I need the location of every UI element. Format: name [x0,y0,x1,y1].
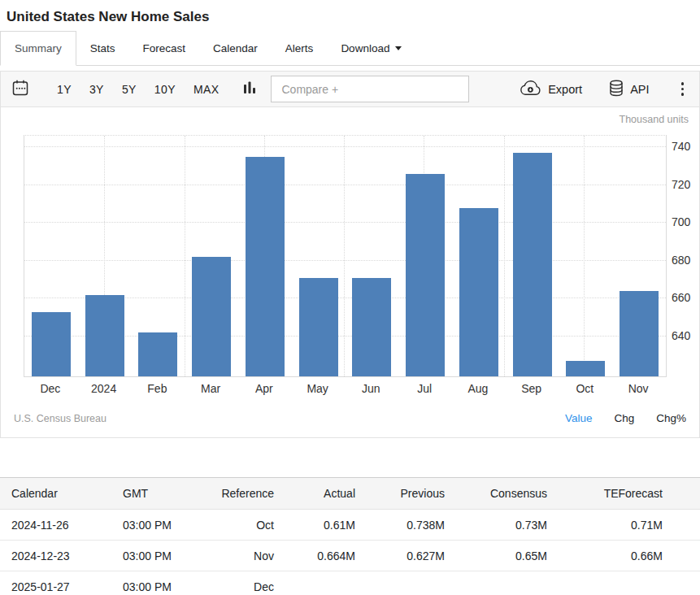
y-axis: 640660680700720740 [672,135,699,376]
x-tick-label: Dec [24,382,77,395]
bar-slot [612,136,666,376]
more-options-button[interactable] [676,80,689,98]
range-5y[interactable]: 5Y [119,81,140,98]
bar-apr[interactable] [246,157,285,376]
bar-slot [452,136,506,376]
series-mode-value[interactable]: Value [565,412,593,424]
bar-2024[interactable] [85,295,124,376]
table-cell: 03:00 PM [122,510,220,541]
range-max[interactable]: MAX [190,81,223,98]
compare-input[interactable] [271,76,469,102]
x-tick-label: Mar [184,382,237,395]
col-header-calendar: Calendar [0,478,122,510]
bar-jun[interactable] [352,278,391,376]
table-row: 2024-12-2303:00 PMNov0.664M0.627M0.65M0.… [0,541,700,571]
series-mode-chg[interactable]: Chg [614,412,634,424]
bar-jul[interactable] [406,174,445,376]
bar-row [24,136,666,376]
range-10y[interactable]: 10Y [151,81,179,98]
chart-type-button[interactable] [243,80,256,98]
bar-feb[interactable] [138,332,177,376]
table-cell: Dec [220,571,275,595]
bar-slot [132,136,185,376]
table-header-row: CalendarGMTReferenceActualPreviousConsen… [0,478,700,510]
tab-calendar[interactable]: Calendar [199,31,272,65]
range-1y[interactable]: 1Y [54,81,75,98]
table-cell: 03:00 PM [122,541,220,571]
page: United States New Home Sales SummaryStat… [0,0,700,595]
toolbar-right-group: Export API [520,80,689,99]
chart: Thousand units 640660680700720740 Dec202… [0,107,700,438]
y-tick-label: 740 [672,141,690,152]
cloud-download-icon [520,80,541,98]
bar-nov[interactable] [620,291,659,376]
tab-bar: SummaryStatsForecastCalendarAlertsDownlo… [0,31,700,66]
bar-slot [238,136,292,376]
tab-forecast[interactable]: Forecast [129,31,200,65]
tab-summary[interactable]: Summary [0,31,76,66]
col-header-previous: Previous [356,478,446,510]
y-tick-label: 680 [672,254,690,266]
bar-oct[interactable] [566,361,605,376]
chart-toolbar: 1Y3Y5Y10YMAX Export API [0,71,700,107]
table-cell [275,571,356,595]
col-header-actual: Actual [275,478,356,510]
table-cell: 2025-01-27 [0,571,122,595]
y-tick-label: 700 [672,216,690,228]
table-cell: 0.71M [548,510,700,541]
table-cell: 0.627M [356,541,446,571]
api-button[interactable]: API [609,80,649,99]
bar-slot [559,136,613,376]
y-tick-label: 720 [672,179,690,190]
table-cell [446,571,548,595]
table-cell [356,571,446,595]
bar-aug[interactable] [459,208,498,376]
x-tick-label: Feb [131,382,185,395]
x-tick-label: Sep [505,382,559,395]
bar-slot [78,136,132,376]
tab-alerts[interactable]: Alerts [272,31,328,65]
tab-label: Stats [90,42,115,54]
x-tick-label: Aug [451,382,505,395]
bar-slot [506,136,559,376]
calendar-table-section: CalendarGMTReferenceActualPreviousConsen… [0,477,700,595]
bar-slot [24,136,78,376]
bar-mar[interactable] [192,257,231,376]
plot-area [24,135,667,377]
export-button[interactable]: Export [520,80,582,98]
table-cell: 0.61M [275,510,356,541]
table-row: 2024-11-2603:00 PMOct0.61M0.738M0.73M0.7… [0,510,700,541]
date-range-button[interactable] [11,79,29,100]
table-cell [548,571,700,595]
bar-slot [292,136,346,376]
bar-chart-icon [243,80,256,98]
col-header-gmt: GMT [122,478,220,510]
tab-stats[interactable]: Stats [76,31,129,65]
source-label: U.S. Census Bureau [14,413,107,424]
calendar-icon [11,79,29,100]
chevron-down-icon [395,46,402,50]
x-tick-label: May [291,382,345,395]
bar-may[interactable] [299,278,338,376]
x-tick-label: Oct [559,382,612,395]
col-header-consensus: Consensus [446,478,548,510]
series-mode-chgpct[interactable]: Chg% [656,412,686,424]
table-cell: 03:00 PM [122,571,220,595]
bar-slot [398,136,452,376]
range-3y[interactable]: 3Y [86,81,107,98]
x-tick-label: Jun [345,382,398,395]
table-cell: 2024-11-26 [0,510,122,541]
kebab-icon [681,82,685,85]
database-icon [609,80,624,99]
range-buttons: 1Y3Y5Y10YMAX [54,81,233,98]
table-row: 2025-01-2703:00 PMDec [0,571,700,595]
table-cell: 0.73M [446,510,548,541]
axis-unit-label: Thousand units [620,114,689,125]
tab-label: Summary [15,42,62,54]
calendar-table: CalendarGMTReferenceActualPreviousConsen… [0,477,700,595]
bar-sep[interactable] [513,153,552,376]
tab-download[interactable]: Download [327,31,415,65]
col-header-teforecast: TEForecast [548,478,700,510]
bar-dec[interactable] [32,312,71,376]
table-cell: Nov [220,541,275,571]
